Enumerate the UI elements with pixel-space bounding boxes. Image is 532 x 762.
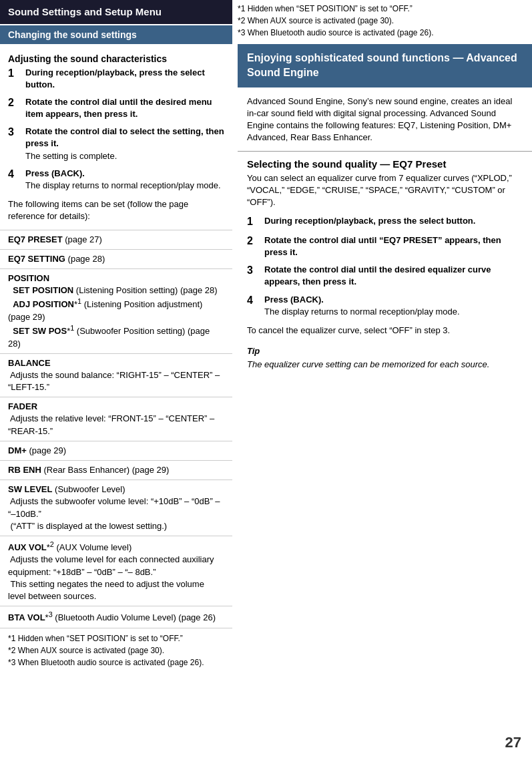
step-4: 4 Press (BACK). The display returns to n…: [8, 168, 224, 192]
left-column: Sound Settings and Setup Menu Changing t…: [0, 0, 232, 762]
right-footnotes: *1 Hidden when “SET POSITION” is set to …: [238, 0, 532, 44]
r-step-3: 3 Rotate the control dial until the desi…: [247, 264, 523, 288]
footnotes: *1 Hidden when “SET POSITION” is set to …: [0, 628, 232, 673]
table-row: FADER Adjusts the relative level: “FRONT…: [0, 397, 232, 441]
table-row: AUX VOL*2 (AUX Volume level) Adjusts the…: [0, 536, 232, 606]
step-1: 1 During reception/playback, press the s…: [8, 67, 224, 91]
step-2: 2 Rotate the control dial until the desi…: [8, 96, 224, 120]
table-row: DM+ (page 29): [0, 441, 232, 460]
following-text: The following items can be set (follow t…: [0, 198, 232, 222]
banner-main: Sound Settings and Setup Menu: [0, 0, 232, 24]
right-steps-list: 1 During reception/playback, press the s…: [238, 215, 532, 318]
selecting-text: You can select an equalizer curve from 7…: [238, 172, 532, 209]
divider: [238, 151, 532, 152]
banner-sub-text: Changing the sound settings: [8, 29, 137, 40]
right-banner-wrapper: Enjoying sophisticated sound functions —…: [238, 44, 532, 87]
table-row: EQ7 SETTING (page 28): [0, 249, 232, 268]
banner-main-text: Sound Settings and Setup Menu: [8, 6, 162, 17]
items-table: EQ7 PRESET (page 27) EQ7 SETTING (page 2…: [0, 230, 232, 628]
banner-sub: Changing the sound settings: [0, 25, 232, 44]
step-3: 3 Rotate the control dial to select the …: [8, 126, 224, 162]
table-row: SW LEVEL (Subwoofer Level) Adjusts the s…: [0, 480, 232, 536]
tip-section: Tip The equalizer curve setting can be m…: [238, 345, 532, 371]
table-row: EQ7 PRESET (page 27): [0, 230, 232, 249]
section1-heading: Adjusting the sound characteristics: [8, 53, 224, 64]
advanced-intro: Advanced Sound Engine, Sony’s new sound …: [238, 96, 532, 144]
table-row: POSITION SET POSITION (Listening Positio…: [0, 268, 232, 353]
r-step-2: 2 Rotate the control dial until “EQ7 PRE…: [247, 234, 523, 258]
right-column: *1 Hidden when “SET POSITION” is set to …: [232, 0, 532, 762]
r-step-4: 4 Press (BACK). The display returns to n…: [247, 294, 523, 318]
r-step-1: 1 During reception/playback, press the s…: [247, 215, 523, 229]
table-row: RB ENH (Rear Bass Enhancer) (page 29): [0, 461, 232, 480]
page-container: Sound Settings and Setup Menu Changing t…: [0, 0, 532, 762]
table-row: BTA VOL*3 (Bluetooth Audio Volume Level)…: [0, 606, 232, 628]
right-banner: Enjoying sophisticated sound functions —…: [238, 44, 532, 87]
selecting-heading: Selecting the sound quality — EQ7 Preset: [238, 158, 532, 170]
table-row: BALANCE Adjusts the sound balance: “RIGH…: [0, 353, 232, 397]
page-number: 27: [505, 734, 521, 751]
cancel-text: To cancel the equalizer curve, select “O…: [238, 325, 532, 337]
steps-list: 1 During reception/playback, press the s…: [0, 67, 232, 192]
